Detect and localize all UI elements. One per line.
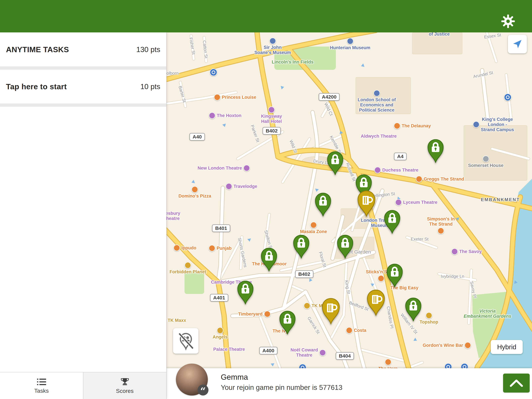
lock-pin[interactable] [383,209,401,234]
lock-pin-icon [278,310,297,335]
tab-tasks-label: Tasks [34,387,49,394]
trophy-icon [120,377,130,386]
app-root: ANYTIME TASKS 130 pts Tap here to start … [0,0,532,399]
lock-pin[interactable] [236,280,254,304]
task-points: 10 pts [140,82,160,91]
expand-button[interactable] [503,374,530,393]
lock-pin-icon [386,263,404,288]
locate-button[interactable] [508,35,527,53]
people-pin-crossed-icon [176,331,196,351]
lock-pin[interactable] [336,234,354,259]
navigation-arrow-icon [510,37,525,51]
lock-pin[interactable] [326,150,344,175]
tab-scores[interactable]: Scores [83,372,166,399]
task-title: ANYTIME TASKS [6,45,69,54]
lock-pin[interactable] [386,263,404,288]
chevron-up-icon [508,378,524,388]
lock-pin[interactable] [404,297,422,322]
app-header [0,0,532,32]
task-row-anytime: ANYTIME TASKS 130 pts [0,32,166,66]
lock-pin[interactable] [426,138,445,163]
lock-pin-icon [292,234,310,259]
row-separator [0,104,166,107]
lock-pin[interactable] [278,310,297,335]
task-sidebar: ANYTIME TASKS 130 pts Tap here to start … [0,32,167,399]
hide-players-button[interactable] [173,328,198,354]
lock-pin[interactable] [292,234,310,259]
beer-pin-icon [321,297,341,324]
gear-icon [501,14,515,29]
avatar-photo[interactable]: “ [176,364,208,395]
task-points: 130 pts [136,45,160,54]
map-view[interactable]: Sir JohnSoane's MuseumHunterian MuseumLi… [166,32,532,399]
lock-pin[interactable] [260,247,278,272]
settings-icon[interactable] [501,14,515,29]
player-name: Gemma [221,373,342,381]
lock-pin-icon [260,247,278,272]
tab-tasks[interactable]: Tasks [0,372,83,399]
lock-pin-icon [336,234,354,259]
lock-pin-icon [426,138,445,163]
beer-pin-icon [366,288,386,316]
lock-pin-icon [236,280,254,304]
rejoin-pin-message: Your rejoin game pin number is 577613 [221,384,342,392]
task-title: Tap here to start [6,82,67,91]
tab-scores-label: Scores [116,388,134,394]
lock-pin-icon [383,209,401,234]
lock-pin-icon [404,297,422,322]
beer-pin[interactable] [321,297,341,324]
list-icon [36,378,47,386]
lock-pin[interactable] [314,192,332,217]
lock-pin-icon [326,150,344,175]
hybrid-toggle-button[interactable]: Hybrid [491,340,523,354]
beer-pin-icon [356,189,377,217]
player-info-text: Gemma Your rejoin game pin number is 577… [221,373,342,392]
quote-icon: “ [197,385,209,395]
beer-pin[interactable] [366,288,386,316]
row-separator [0,66,166,70]
map-canvas[interactable] [166,32,532,399]
player-info-bar: “ Gemma Your rejoin game pin number is 5… [166,368,532,399]
beer-pin[interactable] [356,189,377,217]
task-row-start[interactable]: Tap here to start 10 pts [0,70,166,104]
lock-pin-icon [314,192,332,217]
bottom-tab-bar: Tasks Scores [0,372,166,399]
